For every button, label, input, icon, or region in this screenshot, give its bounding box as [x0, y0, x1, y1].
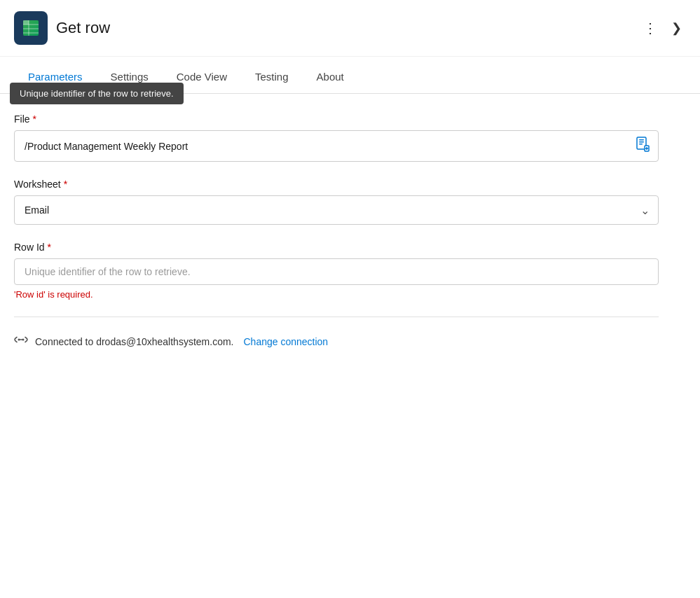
header-actions: ⋮ ❯ — [639, 15, 686, 41]
file-picker-icon[interactable] — [627, 131, 658, 161]
connection-info: Connected to drodas@10xhealthsystem.com.… — [14, 334, 659, 349]
connection-text: Connected to drodas@10xhealthsystem.com. — [35, 336, 233, 347]
tooltip: Unique identifier of the row to retrieve… — [10, 83, 184, 104]
worksheet-label: Worksheet * — [14, 179, 659, 190]
file-field-group: File * — [14, 113, 659, 162]
svg-point-15 — [18, 339, 20, 341]
tooltip-text: Unique identifier of the row to retrieve… — [20, 88, 174, 99]
row-id-error: 'Row id' is required. — [14, 289, 659, 300]
more-options-button[interactable]: ⋮ — [639, 15, 661, 41]
main-content: File * Worksheet * — [0, 94, 673, 368]
file-label: File * — [14, 113, 659, 125]
worksheet-select-wrapper: Email ⌄ — [14, 195, 659, 225]
file-input[interactable] — [15, 134, 627, 159]
svg-rect-11 — [639, 144, 643, 145]
row-id-label: Row Id * — [14, 242, 659, 253]
file-required-star: * — [33, 113, 36, 125]
svg-point-16 — [22, 339, 25, 341]
svg-rect-7 — [23, 20, 29, 25]
collapse-button[interactable]: ❯ — [667, 16, 686, 40]
tab-about[interactable]: About — [303, 62, 358, 93]
worksheet-select[interactable]: Email — [15, 196, 658, 224]
tab-testing[interactable]: Testing — [241, 62, 303, 93]
header: Get row ⋮ ❯ — [0, 0, 700, 57]
change-connection-link[interactable]: Change connection — [243, 336, 328, 347]
connection-icon — [14, 334, 28, 349]
divider — [14, 317, 659, 317]
row-id-required-star: * — [48, 242, 51, 253]
more-vertical-icon: ⋮ — [643, 20, 657, 36]
row-id-field-group: Row Id * 'Row id' is required. — [14, 242, 659, 300]
svg-rect-10 — [639, 141, 644, 143]
file-input-wrapper — [14, 130, 659, 162]
row-id-input[interactable] — [14, 258, 659, 285]
worksheet-field-group: Worksheet * Email ⌄ — [14, 179, 659, 225]
svg-rect-9 — [639, 139, 644, 141]
worksheet-required-star: * — [64, 179, 67, 190]
page-title: Get row — [56, 19, 110, 37]
header-left: Get row — [14, 11, 110, 45]
app-icon — [14, 11, 48, 45]
chevron-left-icon: ❯ — [671, 20, 682, 36]
